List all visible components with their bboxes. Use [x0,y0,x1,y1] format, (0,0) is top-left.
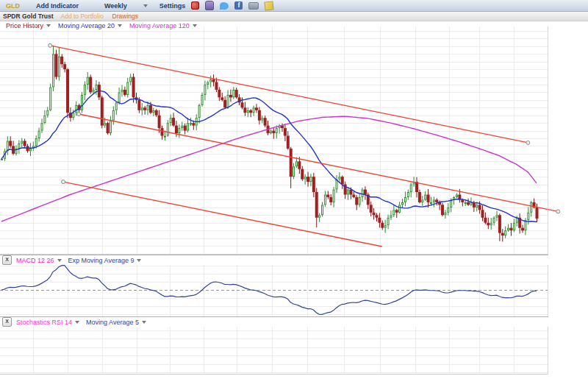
settings-button[interactable]: Settings [159,2,186,10]
period-dropdown[interactable]: Weekly [104,2,127,10]
stoch-ma-dropdown[interactable]: Moving Average 5 [86,319,139,326]
main-legend: Price History Moving Average 20 Moving A… [0,21,588,29]
stoch-dropdown[interactable]: Stochastics RSI 14 [16,319,72,326]
note-icon[interactable] [265,1,274,10]
close-stoch-button[interactable]: X [2,317,12,327]
macd-signal-dropdown[interactable]: Exp Moving Average 9 [68,257,135,264]
chevron-down-icon[interactable] [118,24,122,27]
price-history-dropdown[interactable]: Price History [6,22,43,29]
chevron-down-icon[interactable] [46,24,51,27]
chart-canvas[interactable] [0,0,588,390]
chevron-down-icon[interactable] [142,321,146,324]
title-bar: SPDR Gold Trust Add to Portfolio Drawing… [0,12,588,21]
twitter-icon[interactable] [220,2,229,10]
chevron-down-icon[interactable] [75,321,79,324]
database-icon[interactable] [205,1,214,10]
chevron-down-icon[interactable] [137,259,141,262]
chevron-down-icon[interactable] [143,4,148,7]
ma20-dropdown[interactable]: Moving Average 20 [58,22,115,29]
stoch-panel-header: X Stochastics RSI 14 Moving Average 5 [0,316,548,327]
camera-icon[interactable] [248,2,259,10]
chevron-down-icon[interactable] [193,24,197,27]
drawings-link[interactable]: Drawings [112,13,138,20]
symbol-label[interactable]: GLD [6,2,20,10]
record-icon[interactable] [191,1,199,10]
close-macd-button[interactable]: X [2,255,12,265]
security-name: SPDR Gold Trust [3,13,53,20]
macd-dropdown[interactable]: MACD 12 26 [16,257,54,264]
add-indicator-button[interactable]: Add Indicator [36,2,79,10]
add-to-portfolio-link[interactable]: Add to Portfolio [60,13,103,20]
ma120-dropdown[interactable]: Moving Average 120 [129,22,190,29]
toolbar: GLD Add Indicator Weekly Settings f [0,0,588,12]
macd-panel-header: X MACD 12 26 Exp Moving Average 9 [0,255,548,265]
chevron-down-icon[interactable] [57,259,62,262]
facebook-icon[interactable]: f [234,1,243,10]
